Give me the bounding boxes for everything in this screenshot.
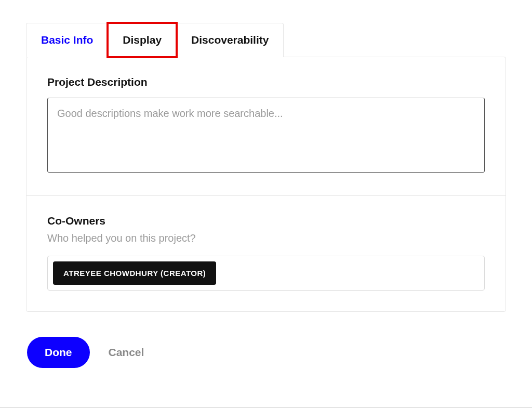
co-owners-title: Co-Owners	[47, 215, 485, 227]
panel-content: Project Description Co-Owners Who helped…	[26, 57, 506, 312]
co-owners-subtitle: Who helped you on this project?	[47, 232, 485, 244]
tab-basic-info[interactable]: Basic Info	[26, 23, 108, 57]
project-description-title: Project Description	[47, 76, 485, 88]
section-project-description: Project Description	[26, 57, 506, 195]
section-co-owners: Co-Owners Who helped you on this project…	[26, 195, 506, 311]
tab-discoverability[interactable]: Discoverability	[176, 23, 284, 57]
tab-display[interactable]: Display	[108, 23, 177, 57]
co-owners-input[interactable]: ATREYEE CHOWDHURY (CREATOR)	[47, 256, 485, 291]
cancel-button[interactable]: Cancel	[109, 346, 144, 359]
co-owner-chip[interactable]: ATREYEE CHOWDHURY (CREATOR)	[53, 261, 216, 285]
settings-panel: Basic Info Display Discoverability Proje…	[0, 0, 532, 384]
done-button[interactable]: Done	[27, 337, 90, 368]
action-buttons: Done Cancel	[26, 337, 506, 368]
tabs: Basic Info Display Discoverability	[26, 23, 506, 57]
project-description-input[interactable]	[47, 98, 485, 173]
